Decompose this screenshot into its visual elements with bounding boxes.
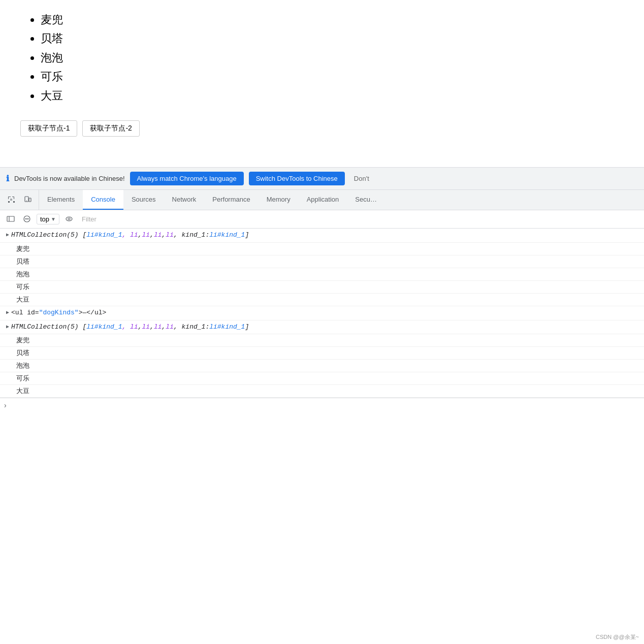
eye-icon[interactable]	[62, 212, 76, 226]
bullet-list: 麦兜 贝塔 泡泡 可乐 大豆	[20, 10, 624, 105]
inspect-element-icon[interactable]	[4, 192, 18, 207]
console-line-html-collection-1: ▶ HTMLCollection(5) [li#kind_1, li, li, …	[0, 229, 644, 243]
button-row: 获取子节点-1 获取子节点-2	[20, 120, 624, 137]
console-filter-input[interactable]	[79, 214, 640, 224]
get-child-nodes-1-button[interactable]: 获取子节点-1	[20, 120, 77, 137]
watermark: CSDN @@余某~	[596, 633, 639, 641]
notification-text: DevTools is now available in Chinese!	[14, 175, 125, 182]
list-item-2: 贝塔	[41, 29, 624, 48]
svg-point-2	[26, 201, 27, 202]
tab-console[interactable]: Console	[83, 190, 123, 210]
console-prompt: ›	[0, 398, 644, 412]
list-item-1: 麦兜	[41, 10, 624, 29]
clear-console-button[interactable]	[20, 212, 34, 226]
svg-rect-3	[7, 216, 14, 221]
console-input[interactable]	[11, 402, 640, 409]
svg-point-7	[66, 217, 72, 221]
console-line-html-collection-2: ▶ HTMLCollection(5) [li#kind_1, li, li, …	[0, 320, 644, 335]
context-selector[interactable]: top ▼	[37, 214, 59, 224]
console-output: ▶ HTMLCollection(5) [li#kind_1, li, li, …	[0, 229, 644, 398]
devtools-icon-group	[0, 190, 39, 210]
tab-network[interactable]: Network	[164, 190, 205, 210]
console-text-line: 贝塔	[0, 255, 644, 268]
tab-elements[interactable]: Elements	[39, 190, 83, 210]
console-text-line: 大豆	[0, 294, 644, 306]
expand-arrow-icon[interactable]: ▶	[6, 231, 9, 239]
console-text-line: 可乐	[0, 281, 644, 294]
console-text-line: 麦兜	[0, 243, 644, 255]
tab-security[interactable]: Secu…	[347, 190, 385, 210]
devtools-tabs-bar: Elements Console Sources Network Perform…	[0, 190, 644, 210]
devtools-notification-bar: ℹ DevTools is now available in Chinese! …	[0, 167, 644, 189]
tab-performance[interactable]: Performance	[204, 190, 258, 210]
dont-button[interactable]: Don't	[350, 172, 373, 185]
dropdown-arrow-icon: ▼	[51, 216, 56, 222]
get-child-nodes-2-button[interactable]: 获取子节点-2	[82, 120, 139, 137]
expand-arrow-icon[interactable]: ▶	[6, 323, 9, 331]
console-text-line: 大豆	[0, 385, 644, 398]
always-match-language-button[interactable]: Always match Chrome's language	[130, 172, 244, 185]
tab-application[interactable]: Application	[299, 190, 347, 210]
context-label: top	[40, 215, 49, 223]
console-text-line: 可乐	[0, 372, 644, 385]
expand-arrow-icon[interactable]: ▶	[6, 309, 9, 317]
list-item-3: 泡泡	[41, 48, 624, 67]
console-line-ul-element: ▶ <ul id="dogKinds">⋯</ul>	[0, 306, 644, 320]
console-text-line: 麦兜	[0, 334, 644, 347]
devtools-panel: Elements Console Sources Network Perform…	[0, 189, 644, 412]
list-item-4: 可乐	[41, 67, 624, 86]
list-item-5: 大豆	[41, 86, 624, 105]
switch-to-chinese-button[interactable]: Switch DevTools to Chinese	[249, 172, 345, 185]
console-text-line: 泡泡	[0, 268, 644, 281]
sidebar-toggle-button[interactable]	[4, 212, 17, 226]
svg-point-8	[68, 218, 70, 220]
device-toggle-icon[interactable]	[20, 192, 35, 207]
info-icon: ℹ	[6, 174, 9, 183]
page-content: 麦兜 贝塔 泡泡 可乐 大豆 获取子节点-1 获取子节点-2	[0, 0, 644, 167]
console-toolbar: top ▼	[0, 210, 644, 229]
tab-memory[interactable]: Memory	[259, 190, 299, 210]
svg-rect-1	[29, 198, 31, 202]
console-text-line: 贝塔	[0, 347, 644, 360]
tab-sources[interactable]: Sources	[123, 190, 164, 210]
console-text-line: 泡泡	[0, 360, 644, 372]
prompt-arrow-icon: ›	[4, 401, 7, 409]
